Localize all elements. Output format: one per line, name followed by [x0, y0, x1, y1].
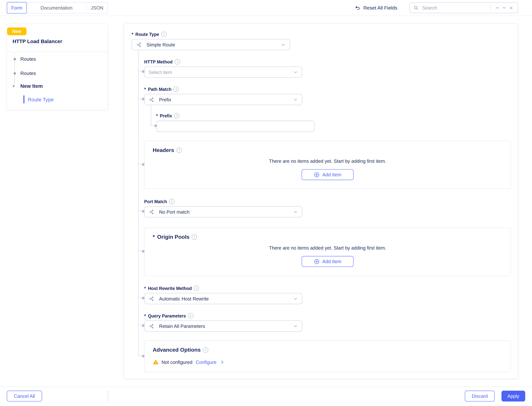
route-split-icon [148, 208, 155, 215]
connector-elbow [138, 294, 143, 298]
headers-add-item-button[interactable]: Add Item [302, 169, 354, 180]
tab-documentation[interactable]: Documentation [27, 2, 87, 13]
warning-icon [153, 359, 159, 365]
query-parameters-value: Retain All Parameters [159, 323, 205, 329]
connector-elbow [138, 207, 143, 211]
host-rewrite-select[interactable]: Automatic Host Rewrite [144, 293, 302, 304]
route-split-icon [136, 41, 143, 48]
active-item-indicator [23, 95, 24, 103]
host-rewrite-value: Automatic Host Rewrite [159, 296, 209, 301]
required-marker: * [144, 87, 146, 92]
http-method-label: HTTP Method [144, 59, 172, 64]
advanced-options-status-row: Not configured Configure [153, 359, 502, 365]
tab-group: Documentation JSON [26, 2, 108, 14]
origin-pools-add-item-label: Add Item [322, 259, 341, 264]
headers-add-item-label: Add Item [322, 172, 341, 177]
query-parameters-select[interactable]: Retain All Parameters [144, 320, 302, 332]
prefix-label: Prefix [160, 113, 172, 118]
tree-bullet-icon [13, 58, 16, 60]
prefix-label-row: * Prefix [156, 113, 510, 118]
required-marker: * [144, 313, 146, 318]
tab-json[interactable]: JSON [87, 2, 108, 13]
headers-section: Headers There are no items added yet. St… [144, 141, 511, 189]
headers-title-row: Headers [153, 146, 502, 153]
reset-all-fields-label: Reset All Fields [363, 5, 397, 11]
sidebar-divider [7, 52, 107, 52]
sidebar-item-routes-2[interactable]: Routes [20, 71, 36, 76]
advanced-options-status: Not configured [162, 359, 192, 365]
info-icon[interactable] [169, 199, 175, 204]
info-icon[interactable] [177, 147, 182, 153]
route-editor-page: Form Documentation JSON Reset All Fields [0, 0, 532, 406]
advanced-options-title-row: Advanced Options [153, 346, 502, 353]
connector-elbow [138, 161, 143, 165]
sidebar-item-route-type[interactable]: Route Type [28, 97, 54, 102]
port-match-value: No Port match [159, 209, 189, 215]
port-match-select[interactable]: No Port match [144, 206, 302, 218]
http-method-placeholder: Select item [148, 69, 172, 75]
http-method-select[interactable]: Select item [144, 66, 302, 78]
object-title: HTTP Load Balancer [13, 38, 62, 44]
connector-elbow [138, 68, 143, 72]
required-marker: * [153, 233, 155, 240]
info-icon[interactable] [174, 87, 179, 92]
route-split-icon [148, 96, 155, 103]
info-icon[interactable] [174, 113, 180, 118]
search-prev-chevron-up-icon[interactable] [494, 4, 501, 12]
origin-pools-title-row: * Origin Pools [153, 233, 502, 240]
info-icon[interactable] [188, 313, 193, 319]
reset-all-fields-button[interactable]: Reset All Fields [355, 5, 397, 11]
search-icon [413, 5, 419, 11]
tab-form[interactable]: Form [7, 2, 27, 14]
plus-circle-icon [314, 172, 320, 177]
configure-link[interactable]: Configure [196, 359, 216, 365]
route-form-card: * Route Type Simple Route HTTP Method [124, 24, 518, 379]
headers-empty-text: There are no items added yet. Start by a… [153, 158, 502, 164]
top-toolbar: Form Documentation JSON Reset All Fields [0, 0, 532, 16]
info-icon[interactable] [175, 59, 180, 65]
info-icon[interactable] [203, 347, 208, 353]
sidebar-item-new-item[interactable]: New Item [20, 83, 43, 89]
path-match-label-row: * Path Match [144, 87, 510, 92]
view-tabs: Form Documentation JSON [7, 2, 108, 14]
route-split-icon [148, 323, 155, 329]
footer-divider [108, 391, 108, 403]
connector-elbow [138, 247, 143, 252]
http-method-label-row: HTTP Method [144, 59, 510, 64]
route-type-value: Simple Route [147, 42, 175, 47]
origin-pools-section: * Origin Pools There are no items added … [144, 227, 511, 276]
info-icon[interactable] [194, 285, 199, 291]
search-close-icon[interactable] [508, 4, 514, 12]
info-icon[interactable] [192, 234, 197, 240]
search-next-chevron-down-icon[interactable] [501, 4, 508, 12]
sidebar-item-routes-1[interactable]: Routes [20, 56, 36, 62]
info-icon[interactable] [161, 32, 167, 37]
connector-elbow [138, 352, 143, 356]
origin-pools-empty-text: There are no items added yet. Start by a… [153, 245, 502, 251]
advanced-options-section: Advanced Options Not configured Configur… [144, 341, 511, 372]
undo-icon [355, 5, 360, 11]
sidebar-divider-notch [12, 50, 16, 54]
chevron-down-icon [293, 97, 298, 102]
chevron-down-icon [293, 324, 298, 328]
chevron-down-icon [293, 209, 298, 214]
route-split-icon [148, 295, 155, 302]
object-tree-panel: New HTTP Load Balancer Routes Routes New… [7, 24, 108, 110]
search-input[interactable] [421, 5, 488, 11]
route-type-select[interactable]: Simple Route [132, 39, 290, 50]
origin-pools-add-item-button[interactable]: Add Item [302, 256, 354, 267]
port-match-label: Port Match [144, 199, 167, 204]
required-marker: * [156, 113, 158, 118]
host-rewrite-label: Host Rewrite Method [148, 286, 192, 291]
connector-elbow [138, 322, 143, 326]
toolbar-right: Reset All Fields [355, 2, 518, 13]
query-parameters-label-row: * Query Parameters [144, 313, 510, 318]
chevron-down-icon [293, 70, 298, 74]
prefix-input[interactable] [156, 121, 314, 132]
path-match-select[interactable]: Prefix [144, 94, 302, 105]
tree-caret-right-icon [13, 85, 15, 87]
cancel-all-button[interactable]: Cancel All [7, 391, 42, 402]
route-type-label-row: * Route Type [132, 32, 510, 37]
discard-button[interactable]: Discard [465, 391, 495, 402]
apply-button[interactable]: Apply [502, 391, 525, 402]
